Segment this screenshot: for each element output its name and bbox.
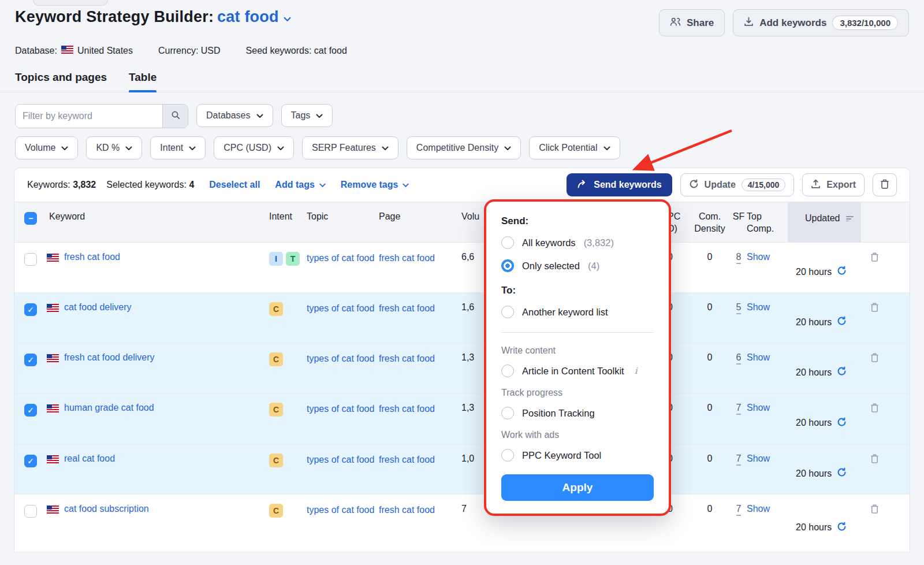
add-tags-dropdown[interactable]: Add tags [275, 180, 325, 190]
export-button[interactable]: Export [802, 173, 865, 196]
share-button[interactable]: Share [659, 9, 725, 36]
info-icon[interactable]: i [635, 366, 638, 376]
keyword-filter-input[interactable] [16, 105, 162, 128]
topic-link[interactable]: types of cat food [307, 253, 374, 263]
updated-value: 20 hours [796, 469, 832, 479]
topic-link[interactable]: types of cat food [307, 404, 374, 414]
intent-badge-C[interactable]: C [269, 454, 283, 467]
filter-kd-[interactable]: KD % [86, 136, 142, 159]
keyword-link[interactable]: fresh cat food delivery [64, 352, 155, 363]
filter-volume[interactable]: Volume [15, 136, 78, 159]
topic-link[interactable]: types of cat food [307, 455, 374, 464]
top-comp-show-link[interactable]: Show [747, 504, 770, 514]
col-intent[interactable]: Intent [269, 202, 307, 242]
radio-all-keywords[interactable]: All keywords (3,832) [501, 236, 654, 249]
apply-button[interactable]: Apply [501, 474, 654, 501]
topic-link[interactable]: types of cat food [307, 354, 374, 363]
topic-link[interactable]: types of cat food [307, 303, 374, 313]
top-comp-show-link[interactable]: Show [747, 302, 770, 312]
refresh-icon[interactable] [837, 467, 847, 479]
page-link[interactable]: fresh cat food [379, 303, 435, 313]
intent-badge-C[interactable]: C [269, 504, 283, 518]
radio-only-selected[interactable]: Only selected (4) [501, 259, 654, 272]
row-checkbox[interactable] [24, 253, 37, 266]
refresh-icon[interactable] [837, 522, 847, 534]
serp-features-value[interactable]: 5 [736, 302, 742, 314]
radio-position-tracking[interactable]: Position Tracking [501, 407, 654, 419]
serp-features-value[interactable]: 7 [736, 504, 742, 516]
add-keywords-button[interactable]: Add keywords 3,832/10,000 [733, 9, 909, 36]
filter-competitive-density[interactable]: Competitive Density [407, 136, 521, 159]
top-comp-show-link[interactable]: Show [747, 252, 770, 262]
keyword-link[interactable]: real cat food [64, 454, 115, 464]
people-icon [670, 17, 681, 29]
col-topic[interactable]: Topic [307, 202, 379, 242]
radio-ppc-keyword-tool[interactable]: PPC Keyword Tool [501, 449, 654, 462]
tab-table[interactable]: Table [129, 71, 157, 92]
send-keywords-button[interactable]: Send keywords [567, 173, 672, 196]
col-page[interactable]: Page [379, 202, 461, 242]
col-com-density[interactable]: Com.Density [689, 202, 731, 242]
filter-click-potential[interactable]: Click Potential [529, 136, 620, 159]
filter-serp-features[interactable]: SERP Features [302, 136, 398, 159]
us-flag-icon [47, 304, 59, 314]
project-name-dropdown[interactable]: cat food [217, 8, 291, 25]
top-comp-show-link[interactable]: Show [747, 454, 770, 463]
intent-badge-C[interactable]: C [269, 403, 283, 417]
col-keyword[interactable]: Keyword [47, 202, 269, 242]
keyword-link[interactable]: cat food delivery [64, 302, 132, 313]
trash-icon[interactable] [870, 454, 879, 494]
col-sf[interactable]: SF [731, 202, 747, 242]
trash-icon[interactable] [870, 403, 879, 444]
radio-another-keyword-list[interactable]: Another keyword list [501, 306, 654, 318]
update-button[interactable]: Update 4/15,000 [680, 173, 795, 196]
topic-link[interactable]: types of cat food [307, 505, 374, 515]
top-comp-show-link[interactable]: Show [747, 403, 770, 412]
refresh-icon[interactable] [837, 417, 847, 429]
col-volume[interactable]: Volu [461, 202, 487, 242]
col-top-comp[interactable]: TopComp. [747, 202, 788, 242]
row-checkbox[interactable]: ✓ [24, 354, 37, 366]
trash-icon[interactable] [870, 302, 879, 343]
refresh-icon[interactable] [837, 266, 847, 278]
keyword-link[interactable]: human grade cat food [64, 403, 154, 413]
intent-badge-I[interactable]: I [269, 252, 283, 266]
intent-badge-C[interactable]: C [269, 302, 283, 316]
delete-list-button[interactable] [873, 173, 897, 196]
serp-features-value[interactable]: 6 [736, 352, 742, 365]
com-density-value: 0 [689, 293, 731, 343]
col-updated[interactable]: Updated [788, 202, 861, 242]
trash-icon[interactable] [870, 352, 879, 393]
keyword-link[interactable]: fresh cat food [64, 252, 120, 262]
row-checkbox[interactable] [24, 505, 37, 518]
refresh-icon[interactable] [837, 366, 847, 378]
trash-icon[interactable] [870, 252, 879, 292]
row-checkbox[interactable]: ✓ [24, 404, 37, 417]
tab-topics-and-pages[interactable]: Topics and pages [15, 71, 107, 92]
databases-dropdown[interactable]: Databases [196, 104, 273, 127]
intent-badge-T[interactable]: T [286, 252, 300, 266]
select-all-checkbox[interactable]: − [24, 212, 37, 225]
page-link[interactable]: fresh cat food [379, 354, 435, 363]
page-link[interactable]: fresh cat food [379, 455, 435, 464]
keyword-link[interactable]: cat food subscription [64, 504, 149, 514]
search-button[interactable] [162, 105, 188, 128]
trash-icon[interactable] [870, 504, 879, 552]
row-checkbox[interactable]: ✓ [24, 303, 37, 316]
page-link[interactable]: fresh cat food [379, 253, 435, 263]
row-checkbox[interactable]: ✓ [24, 455, 37, 467]
filter-intent[interactable]: Intent [150, 136, 206, 159]
intent-badge-C[interactable]: C [269, 352, 283, 366]
radio-article-content-toolkit[interactable]: Article in Content Toolkit i [501, 365, 654, 377]
page-link[interactable]: fresh cat food [379, 404, 435, 414]
filter-cpc-usd-[interactable]: CPC (USD) [214, 136, 294, 159]
serp-features-value[interactable]: 7 [736, 403, 742, 415]
serp-features-value[interactable]: 7 [736, 454, 742, 466]
serp-features-value[interactable]: 8 [736, 252, 742, 264]
deselect-all-link[interactable]: Deselect all [209, 180, 260, 190]
top-comp-show-link[interactable]: Show [747, 352, 770, 362]
page-link[interactable]: fresh cat food [379, 505, 435, 515]
remove-tags-dropdown[interactable]: Remove tags [341, 180, 409, 190]
tags-dropdown[interactable]: Tags [281, 104, 333, 127]
refresh-icon[interactable] [837, 316, 847, 328]
